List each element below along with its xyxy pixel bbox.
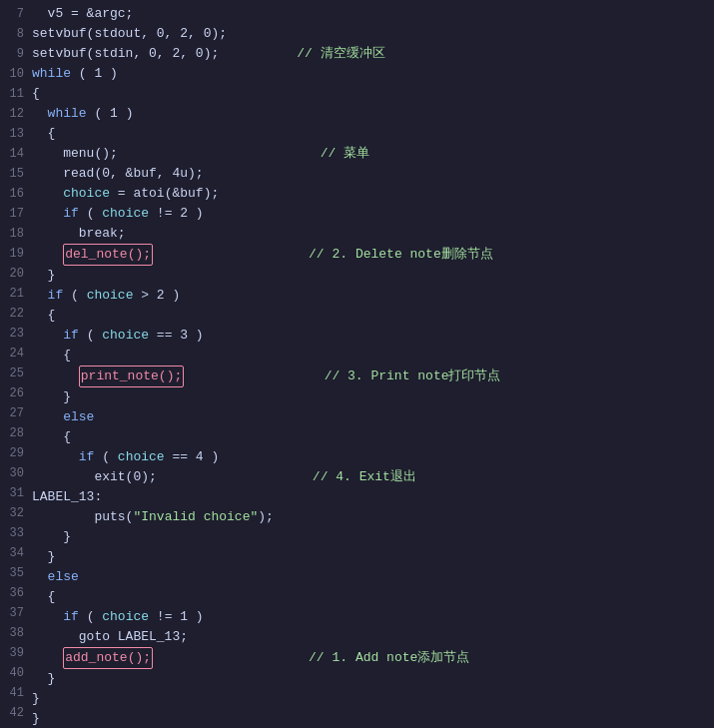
- comment: // 清空缓冲区: [219, 44, 384, 64]
- line-number: 13: [4, 124, 24, 144]
- code-line: {: [32, 587, 706, 607]
- keyword: while: [32, 64, 71, 84]
- code-text: [32, 447, 79, 467]
- variable-choice: choice: [102, 326, 149, 346]
- highlighted-function[interactable]: print_note();: [79, 365, 184, 387]
- line-number: 40: [4, 663, 24, 683]
- code-text: }: [32, 547, 55, 567]
- variable-choice: choice: [102, 204, 149, 224]
- code-text: goto LABEL_13;: [32, 627, 188, 647]
- code-text: puts(: [32, 507, 133, 527]
- code-line: print_note(); // 3. Print note打印节点: [32, 365, 706, 387]
- code-line: setvbuf(stdin, 0, 2, 0); // 清空缓冲区: [32, 44, 706, 64]
- code-line: while ( 1 ): [32, 104, 706, 124]
- code-line: menu(); // 菜单: [32, 144, 706, 164]
- code-line: del_note(); // 2. Delete note删除节点: [32, 244, 706, 266]
- code-text: != 1 ): [149, 607, 204, 627]
- keyword: while: [48, 104, 87, 124]
- code-text: [32, 366, 79, 386]
- highlighted-function[interactable]: del_note();: [63, 244, 153, 266]
- code-text: [32, 204, 63, 224]
- code-text: }: [32, 527, 71, 547]
- line-number: 33: [4, 523, 24, 543]
- keyword: else: [48, 567, 79, 587]
- line-number: 24: [4, 344, 24, 364]
- code-line: LABEL_13:: [32, 487, 706, 507]
- keyword: if: [63, 204, 79, 224]
- code-text: [32, 407, 63, 427]
- code-text: != 2 ): [149, 204, 204, 224]
- code-text: }: [32, 266, 55, 286]
- line-number: 42: [4, 703, 24, 723]
- code-text: (: [79, 204, 102, 224]
- code-text: {: [32, 587, 55, 607]
- code-text: }: [32, 669, 55, 689]
- code-text: > 2 ): [133, 286, 180, 306]
- code-text: {: [32, 346, 71, 365]
- code-line: }: [32, 527, 706, 547]
- line-number: 29: [4, 443, 24, 463]
- line-number: 10: [4, 64, 24, 84]
- string-literal: "Invalid choice": [133, 507, 258, 527]
- code-text: [32, 144, 63, 164]
- comment: // 4. Exit退出: [157, 467, 416, 487]
- highlighted-function[interactable]: add_note();: [63, 647, 153, 669]
- line-number: 31: [4, 483, 24, 503]
- code-line: }: [32, 709, 706, 728]
- keyword: if: [48, 286, 64, 306]
- line-number: 20: [4, 264, 24, 284]
- line-number: 18: [4, 224, 24, 244]
- line-number: 19: [4, 244, 24, 264]
- code-line: add_note(); // 1. Add note添加节点: [32, 647, 706, 669]
- code-text: == 4 ): [165, 447, 220, 467]
- variable-choice: choice: [87, 286, 134, 306]
- line-number: 23: [4, 324, 24, 344]
- code-line: goto LABEL_13;: [32, 627, 706, 647]
- code-line: break;: [32, 224, 706, 244]
- code-text: [32, 607, 63, 627]
- line-number: 8: [4, 24, 24, 44]
- code-line: read(0, &buf, 4u);: [32, 164, 706, 184]
- code-text: v5 = &argc;: [32, 4, 133, 24]
- code-text: (stdout, 0, 2, 0);: [87, 24, 227, 44]
- line-number: 16: [4, 184, 24, 204]
- keyword: if: [79, 447, 95, 467]
- code-text: [32, 184, 63, 204]
- code-line: }: [32, 266, 706, 286]
- code-text: {: [32, 124, 55, 144]
- code-text: [32, 104, 48, 124]
- code-text: }: [32, 709, 40, 728]
- code-text: {: [32, 84, 40, 104]
- code-line: }: [32, 669, 706, 689]
- code-line: if ( choice != 2 ): [32, 204, 706, 224]
- line-number: 28: [4, 423, 24, 443]
- code-line: puts("Invalid choice");: [32, 507, 706, 527]
- line-number: 25: [4, 364, 24, 383]
- variable-choice: choice: [118, 447, 165, 467]
- line-number: 7: [4, 4, 24, 24]
- code-line: exit(0); // 4. Exit退出: [32, 467, 706, 487]
- keyword: if: [63, 326, 79, 346]
- line-number: 36: [4, 583, 24, 603]
- code-lines: v5 = &argc;setvbuf(stdout, 0, 2, 0);setv…: [32, 4, 714, 728]
- line-number: 37: [4, 603, 24, 623]
- code-line: v5 = &argc;: [32, 4, 706, 24]
- function-name: setvbuf: [32, 24, 87, 44]
- code-line: while ( 1 ): [32, 64, 706, 84]
- code-text: );: [258, 507, 274, 527]
- code-line: }: [32, 547, 706, 567]
- code-line: if ( choice == 3 ): [32, 326, 706, 346]
- function-name: setvbuf: [32, 44, 87, 64]
- goto-label: LABEL_13:: [32, 487, 102, 507]
- line-number: 35: [4, 563, 24, 583]
- line-number: 14: [4, 144, 24, 164]
- comment: // 2. Delete note删除节点: [153, 245, 493, 265]
- line-number: 12: [4, 104, 24, 124]
- code-text: read(0, &buf, 4u);: [32, 164, 204, 184]
- code-text: ( 1 ): [71, 64, 118, 84]
- line-number: 41: [4, 683, 24, 703]
- code-line: setvbuf(stdout, 0, 2, 0);: [32, 24, 706, 44]
- line-number: 30: [4, 463, 24, 483]
- line-number: 22: [4, 304, 24, 324]
- code-line: }: [32, 387, 706, 407]
